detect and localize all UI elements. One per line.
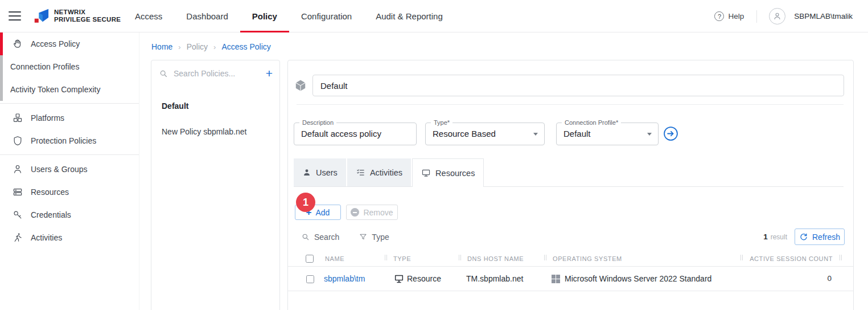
annotation-step-badge: 1: [296, 193, 315, 212]
sidebar-item-activities[interactable]: Activities: [0, 226, 139, 249]
refresh-icon: [799, 232, 808, 242]
windows-icon: [552, 275, 560, 283]
minus-icon: [351, 208, 359, 217]
column-header-name[interactable]: NAME: [325, 255, 344, 262]
sidebar-item-label: Activities: [31, 233, 62, 242]
sidebar-item-label: Activity Token Complexity: [10, 85, 100, 94]
sidebar-item-resources[interactable]: Resources: [0, 181, 139, 203]
refresh-button[interactable]: Refresh: [795, 229, 845, 245]
result-count: 1: [763, 232, 768, 241]
checklist-icon: [356, 168, 365, 177]
server-icon: [12, 186, 23, 198]
sidebar-scrollbar-thumb[interactable]: [0, 55, 3, 101]
sidebar-item-credentials[interactable]: Credentials: [0, 203, 139, 226]
policy-list-panel: + Default New Policy sbpmlab.net: [151, 60, 280, 310]
result-count-label: result: [771, 233, 787, 241]
sidebar-item-protection-policies[interactable]: Protection Policies: [0, 129, 139, 152]
policy-detail-panel: Description Default access policy Type* …: [287, 60, 854, 310]
resource-type: Resource: [407, 274, 441, 283]
brand-logo[interactable]: NETWRIX PRIVILEGE SECURE: [32, 7, 121, 25]
column-resize-handle[interactable]: [385, 255, 387, 260]
sidebar-item-label: Users & Groups: [31, 165, 88, 174]
connection-profile-value: Default: [557, 123, 658, 145]
sidebar-item-access-policy[interactable]: Access Policy: [0, 32, 139, 55]
column-resize-handle[interactable]: [741, 255, 743, 260]
table-header: NAME TYPE DNS HOST NAME OPERATING SYSTEM…: [288, 250, 853, 267]
chevron-down-icon: [647, 133, 652, 136]
top-bar: NETWRIX PRIVILEGE SECURE Access Dashboar…: [0, 0, 868, 32]
search-policies-input[interactable]: [174, 69, 261, 78]
row-checkbox[interactable]: [306, 275, 314, 283]
table-search-filter[interactable]: Search: [301, 232, 339, 242]
policy-search-row: +: [151, 62, 279, 85]
column-resize-handle[interactable]: [544, 255, 546, 260]
table-type-filter[interactable]: Type: [359, 232, 389, 242]
policy-item-new-policy[interactable]: New Policy sbpmlab.net: [151, 119, 279, 144]
policy-fields-row: Description Default access policy Type* …: [294, 121, 678, 145]
username: SBPMLAB\tmalik: [794, 12, 853, 21]
sidebar-item-label: Resources: [31, 187, 69, 197]
remove-button-label: Remove: [363, 208, 393, 217]
type-label: Type*: [431, 119, 452, 126]
help-button[interactable]: ? Help: [714, 11, 744, 21]
column-resize-handle[interactable]: [840, 255, 842, 260]
breadcrumb-policy[interactable]: Policy: [187, 42, 208, 51]
shield-icon: [12, 135, 23, 146]
sidebar-item-activity-token-complexity[interactable]: Activity Token Complexity: [0, 78, 139, 101]
sidebar-item-label: Credentials: [31, 210, 71, 219]
type-select[interactable]: Type* Resource Based: [425, 123, 545, 145]
tab-users[interactable]: Users: [294, 158, 346, 186]
connection-profile-select[interactable]: Connection Profile* Default: [556, 123, 659, 145]
sidebar-item-label: Platforms: [31, 113, 64, 123]
app-root: NETWRIX PRIVILEGE SECURE Access Dashboar…: [0, 0, 868, 310]
column-resize-handle[interactable]: [459, 255, 461, 260]
main-nav: Access Dashboard Policy Configuration Au…: [123, 0, 455, 32]
breadcrumb: Home › Policy › Access Policy: [151, 42, 271, 51]
go-arrow-button[interactable]: [663, 126, 678, 141]
detail-tabs: Users Activities Resources: [294, 158, 844, 187]
top-bar-divider: [756, 10, 757, 23]
column-header-operating-system[interactable]: OPERATING SYSTEM: [553, 255, 622, 262]
add-button-label: Add: [316, 208, 330, 217]
runner-icon: [12, 232, 23, 243]
add-policy-button[interactable]: +: [266, 68, 273, 79]
sidebar-item-users-groups[interactable]: Users & Groups: [0, 158, 139, 181]
active-session-count: 0: [827, 274, 832, 283]
search-filter-label: Search: [314, 232, 339, 242]
table-filters: Search Type: [301, 229, 389, 245]
column-header-type[interactable]: TYPE: [393, 255, 411, 262]
column-header-active-session-count[interactable]: ACTIVE SESSION COUNT: [750, 255, 833, 262]
column-header-dns-host-name[interactable]: DNS HOST NAME: [467, 255, 524, 262]
active-item-indicator: [0, 32, 3, 55]
help-icon: ?: [714, 11, 724, 21]
sidebar-item-label: Connection Profiles: [10, 62, 79, 71]
resource-name-link[interactable]: sbpmlab\tm: [324, 274, 365, 283]
policy-name-input[interactable]: [312, 75, 844, 96]
select-all-checkbox[interactable]: [306, 255, 314, 263]
tab-activities[interactable]: Activities: [347, 158, 411, 186]
policy-item-default[interactable]: Default: [151, 93, 279, 119]
menu-icon[interactable]: [9, 11, 21, 21]
nav-item-audit-reporting[interactable]: Audit & Reporting: [364, 0, 455, 32]
tab-resources[interactable]: Resources: [412, 158, 484, 187]
description-field[interactable]: Description Default access policy: [294, 123, 417, 145]
breadcrumb-access-policy[interactable]: Access Policy: [221, 42, 270, 51]
breadcrumb-home[interactable]: Home: [151, 42, 172, 51]
nav-item-dashboard[interactable]: Dashboard: [174, 0, 240, 32]
nav-item-configuration[interactable]: Configuration: [289, 0, 364, 32]
remove-button[interactable]: Remove: [346, 205, 398, 220]
sidebar-divider: [0, 103, 139, 104]
nav-item-policy[interactable]: Policy: [240, 0, 289, 32]
key-icon: [12, 209, 23, 221]
cubes-icon: [12, 112, 23, 124]
sidebar-item-connection-profiles[interactable]: Connection Profiles: [0, 55, 139, 78]
tab-label: Resources: [435, 169, 475, 178]
package-cube-icon: [294, 79, 307, 92]
description-value: Default access policy: [294, 123, 416, 145]
table-row[interactable]: sbpmlab\tm Resource TM.sbpmlab.net Micro…: [288, 267, 853, 291]
sidebar: Access Policy Connection Profiles Activi…: [0, 32, 139, 310]
avatar[interactable]: [769, 8, 785, 25]
nav-item-access[interactable]: Access: [123, 0, 174, 32]
dns-host-name: TM.sbpmlab.net: [466, 274, 523, 283]
sidebar-item-platforms[interactable]: Platforms: [0, 107, 139, 129]
